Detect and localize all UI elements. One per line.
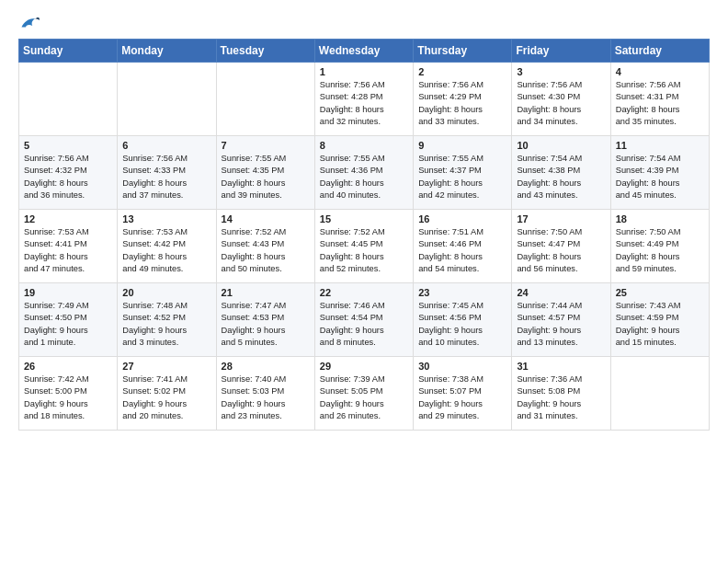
day-cell-14: 14Sunrise: 7:52 AM Sunset: 4:43 PM Dayli… [216, 210, 314, 283]
day-number-4: 4 [616, 66, 704, 77]
day-cell-9: 9Sunrise: 7:55 AM Sunset: 4:37 PM Daylig… [414, 136, 512, 210]
day-cell-17: 17Sunrise: 7:50 AM Sunset: 4:47 PM Dayli… [512, 210, 610, 283]
logo-bird-icon [20, 15, 40, 31]
day-info-6: Sunrise: 7:56 AM Sunset: 4:33 PM Dayligh… [122, 153, 210, 202]
day-info-21: Sunrise: 7:47 AM Sunset: 4:53 PM Dayligh… [222, 300, 310, 350]
empty-cell [610, 357, 709, 431]
day-info-31: Sunrise: 7:36 AM Sunset: 5:08 PM Dayligh… [517, 373, 605, 423]
day-cell-25: 25Sunrise: 7:43 AM Sunset: 4:59 PM Dayli… [610, 283, 709, 357]
weekday-header-thursday: Thursday [414, 40, 512, 63]
day-cell-22: 22Sunrise: 7:46 AM Sunset: 4:54 PM Dayli… [314, 283, 413, 357]
day-info-1: Sunrise: 7:56 AM Sunset: 4:28 PM Dayligh… [320, 79, 408, 129]
day-number-20: 20 [122, 287, 210, 298]
day-cell-30: 30Sunrise: 7:38 AM Sunset: 5:07 PM Dayli… [414, 357, 512, 431]
day-info-29: Sunrise: 7:39 AM Sunset: 5:05 PM Dayligh… [320, 373, 408, 423]
weekday-header-row: SundayMondayTuesdayWednesdayThursdayFrid… [19, 40, 710, 63]
day-number-14: 14 [222, 213, 310, 224]
day-info-30: Sunrise: 7:38 AM Sunset: 5:07 PM Dayligh… [418, 373, 506, 423]
day-number-11: 11 [616, 140, 704, 151]
day-info-9: Sunrise: 7:55 AM Sunset: 4:37 PM Dayligh… [418, 153, 506, 202]
day-cell-23: 23Sunrise: 7:45 AM Sunset: 4:56 PM Dayli… [414, 283, 512, 357]
week-row-5: 26Sunrise: 7:42 AM Sunset: 5:00 PM Dayli… [19, 357, 710, 431]
day-number-17: 17 [517, 213, 605, 224]
day-cell-12: 12Sunrise: 7:53 AM Sunset: 4:41 PM Dayli… [19, 210, 118, 283]
day-cell-28: 28Sunrise: 7:40 AM Sunset: 5:03 PM Dayli… [216, 357, 314, 431]
day-number-2: 2 [418, 66, 506, 77]
day-number-22: 22 [320, 287, 408, 298]
day-number-24: 24 [517, 287, 605, 298]
day-number-1: 1 [320, 66, 408, 77]
day-info-28: Sunrise: 7:40 AM Sunset: 5:03 PM Dayligh… [222, 373, 310, 423]
weekday-header-friday: Friday [512, 40, 610, 63]
day-cell-3: 3Sunrise: 7:56 AM Sunset: 4:30 PM Daylig… [512, 63, 610, 136]
day-cell-8: 8Sunrise: 7:55 AM Sunset: 4:36 PM Daylig… [314, 136, 413, 210]
day-number-8: 8 [320, 140, 408, 151]
day-cell-31: 31Sunrise: 7:36 AM Sunset: 5:08 PM Dayli… [512, 357, 610, 431]
day-info-23: Sunrise: 7:45 AM Sunset: 4:56 PM Dayligh… [418, 300, 506, 350]
day-cell-16: 16Sunrise: 7:51 AM Sunset: 4:46 PM Dayli… [414, 210, 512, 283]
week-row-1: 1Sunrise: 7:56 AM Sunset: 4:28 PM Daylig… [19, 63, 710, 136]
empty-cell [216, 63, 314, 136]
day-info-18: Sunrise: 7:50 AM Sunset: 4:49 PM Dayligh… [616, 226, 704, 276]
day-number-3: 3 [517, 66, 605, 77]
logo [18, 15, 40, 31]
day-cell-19: 19Sunrise: 7:49 AM Sunset: 4:50 PM Dayli… [19, 283, 118, 357]
day-number-23: 23 [418, 287, 506, 298]
day-number-15: 15 [320, 213, 408, 224]
day-number-16: 16 [418, 213, 506, 224]
weekday-header-sunday: Sunday [19, 40, 118, 63]
day-number-12: 12 [24, 213, 112, 224]
day-info-7: Sunrise: 7:55 AM Sunset: 4:35 PM Dayligh… [222, 153, 310, 202]
week-row-4: 19Sunrise: 7:49 AM Sunset: 4:50 PM Dayli… [19, 283, 710, 357]
header [18, 15, 710, 31]
day-number-29: 29 [320, 361, 408, 372]
empty-cell [19, 63, 118, 136]
week-row-2: 5Sunrise: 7:56 AM Sunset: 4:32 PM Daylig… [19, 136, 710, 210]
day-cell-15: 15Sunrise: 7:52 AM Sunset: 4:45 PM Dayli… [314, 210, 413, 283]
day-info-26: Sunrise: 7:42 AM Sunset: 5:00 PM Dayligh… [24, 373, 112, 423]
day-number-26: 26 [24, 361, 112, 372]
day-number-5: 5 [24, 140, 112, 151]
day-number-25: 25 [616, 287, 704, 298]
weekday-header-saturday: Saturday [610, 40, 709, 63]
day-number-21: 21 [222, 287, 310, 298]
day-info-15: Sunrise: 7:52 AM Sunset: 4:45 PM Dayligh… [320, 226, 408, 276]
day-info-10: Sunrise: 7:54 AM Sunset: 4:38 PM Dayligh… [517, 153, 605, 202]
empty-cell [118, 63, 216, 136]
day-number-28: 28 [222, 361, 310, 372]
day-info-17: Sunrise: 7:50 AM Sunset: 4:47 PM Dayligh… [517, 226, 605, 276]
day-info-24: Sunrise: 7:44 AM Sunset: 4:57 PM Dayligh… [517, 300, 605, 350]
weekday-header-tuesday: Tuesday [216, 40, 314, 63]
day-number-31: 31 [517, 361, 605, 372]
day-cell-10: 10Sunrise: 7:54 AM Sunset: 4:38 PM Dayli… [512, 136, 610, 210]
day-info-3: Sunrise: 7:56 AM Sunset: 4:30 PM Dayligh… [517, 79, 605, 129]
day-info-16: Sunrise: 7:51 AM Sunset: 4:46 PM Dayligh… [418, 226, 506, 276]
day-info-12: Sunrise: 7:53 AM Sunset: 4:41 PM Dayligh… [24, 226, 112, 276]
day-cell-20: 20Sunrise: 7:48 AM Sunset: 4:52 PM Dayli… [118, 283, 216, 357]
day-info-25: Sunrise: 7:43 AM Sunset: 4:59 PM Dayligh… [616, 300, 704, 350]
day-info-22: Sunrise: 7:46 AM Sunset: 4:54 PM Dayligh… [320, 300, 408, 350]
day-info-19: Sunrise: 7:49 AM Sunset: 4:50 PM Dayligh… [24, 300, 112, 350]
day-number-10: 10 [517, 140, 605, 151]
day-info-5: Sunrise: 7:56 AM Sunset: 4:32 PM Dayligh… [24, 153, 112, 202]
day-cell-1: 1Sunrise: 7:56 AM Sunset: 4:28 PM Daylig… [314, 63, 413, 136]
day-number-18: 18 [616, 213, 704, 224]
day-info-2: Sunrise: 7:56 AM Sunset: 4:29 PM Dayligh… [418, 79, 506, 129]
day-cell-2: 2Sunrise: 7:56 AM Sunset: 4:29 PM Daylig… [414, 63, 512, 136]
day-cell-7: 7Sunrise: 7:55 AM Sunset: 4:35 PM Daylig… [216, 136, 314, 210]
day-number-6: 6 [122, 140, 210, 151]
day-cell-18: 18Sunrise: 7:50 AM Sunset: 4:49 PM Dayli… [610, 210, 709, 283]
week-row-3: 12Sunrise: 7:53 AM Sunset: 4:41 PM Dayli… [19, 210, 710, 283]
weekday-header-wednesday: Wednesday [314, 40, 413, 63]
day-cell-5: 5Sunrise: 7:56 AM Sunset: 4:32 PM Daylig… [19, 136, 118, 210]
calendar-table: SundayMondayTuesdayWednesdayThursdayFrid… [18, 39, 710, 431]
day-cell-13: 13Sunrise: 7:53 AM Sunset: 4:42 PM Dayli… [118, 210, 216, 283]
weekday-header-monday: Monday [118, 40, 216, 63]
day-info-8: Sunrise: 7:55 AM Sunset: 4:36 PM Dayligh… [320, 153, 408, 202]
day-info-13: Sunrise: 7:53 AM Sunset: 4:42 PM Dayligh… [122, 226, 210, 276]
day-info-20: Sunrise: 7:48 AM Sunset: 4:52 PM Dayligh… [122, 300, 210, 350]
day-cell-27: 27Sunrise: 7:41 AM Sunset: 5:02 PM Dayli… [118, 357, 216, 431]
day-info-14: Sunrise: 7:52 AM Sunset: 4:43 PM Dayligh… [222, 226, 310, 276]
day-cell-29: 29Sunrise: 7:39 AM Sunset: 5:05 PM Dayli… [314, 357, 413, 431]
day-cell-11: 11Sunrise: 7:54 AM Sunset: 4:39 PM Dayli… [610, 136, 709, 210]
